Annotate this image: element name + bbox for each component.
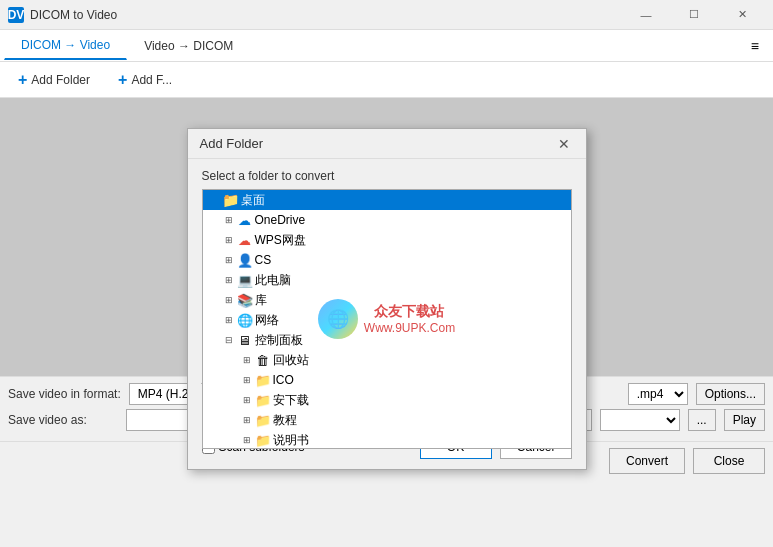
folder-yellow-icon: 📁 — [255, 372, 271, 388]
tab-dicom-to-video[interactable]: DICOM → Video — [4, 31, 127, 60]
tree-item[interactable]: ⊞ 📁 说明书 — [203, 430, 571, 449]
expand-icon: ⊞ — [221, 312, 237, 328]
folder-yellow-icon: 📁 — [255, 412, 271, 428]
add-file-label: Add F... — [131, 73, 172, 87]
tree-item-label: WPS网盘 — [255, 232, 306, 249]
tree-item-label: 桌面 — [241, 192, 265, 209]
close-window-button[interactable]: ✕ — [719, 0, 765, 30]
recycle-icon: 🗑 — [255, 352, 271, 368]
tree-item-label: 教程 — [273, 412, 297, 429]
toolbar: + Add Folder + Add F... — [0, 62, 773, 98]
folder-icon: 📁 — [223, 192, 239, 208]
cloud-icon: ☁ — [237, 212, 253, 228]
tree-item[interactable]: ⊞ 📁 教程 — [203, 410, 571, 430]
expand-icon: ⊞ — [221, 252, 237, 268]
saveas-type-select[interactable] — [600, 409, 680, 431]
maximize-button[interactable]: ☐ — [671, 0, 717, 30]
options-button[interactable]: Options... — [696, 383, 765, 405]
network-icon: 🌐 — [237, 312, 253, 328]
window-controls: — ☐ ✕ — [623, 0, 765, 30]
tree-item[interactable]: ⊞ 💻 此电脑 — [203, 270, 571, 290]
tree-item-label: 此电脑 — [255, 272, 291, 289]
tree-item-label: ICO — [273, 373, 294, 387]
expand-icon: ⊞ — [239, 392, 255, 408]
dialog-title: Add Folder — [200, 136, 554, 151]
expand-icon: ⊞ — [221, 272, 237, 288]
title-bar: DV DICOM to Video — ☐ ✕ — [0, 0, 773, 30]
app-logo: DV — [8, 7, 24, 23]
hamburger-menu[interactable]: ≡ — [741, 32, 769, 60]
format-label: Save video in format: — [8, 387, 121, 401]
control-panel-icon: 🖥 — [237, 332, 253, 348]
person-icon: 👤 — [237, 252, 253, 268]
folder-tree[interactable]: 📁 桌面 ⊞ ☁ OneDrive ⊞ ☁ WPS网盘 — [202, 189, 572, 449]
tree-item-label: 说明书 — [273, 432, 309, 449]
tree-item[interactable]: ⊞ 👤 CS — [203, 250, 571, 270]
add-folder-button[interactable]: + Add Folder — [8, 67, 100, 93]
select-folder-label: Select a folder to convert — [202, 169, 572, 183]
tree-item-label: 网络 — [255, 312, 279, 329]
cloud-icon-2: ☁ — [237, 232, 253, 248]
minimize-button[interactable]: — — [623, 0, 669, 30]
expand-icon: ⊞ — [239, 372, 255, 388]
expand-icon: ⊞ — [221, 292, 237, 308]
play-button[interactable]: Play — [724, 409, 765, 431]
dialog-overlay: Add Folder ✕ Select a folder to convert … — [0, 98, 773, 376]
app-title: DICOM to Video — [30, 8, 623, 22]
tree-item[interactable]: ⊞ ☁ WPS网盘 — [203, 230, 571, 250]
ext-select[interactable]: .mp4 — [628, 383, 688, 405]
browse-button[interactable]: ... — [688, 409, 716, 431]
tree-item[interactable]: ⊞ 📁 ICO — [203, 370, 571, 390]
expand-icon: ⊞ — [239, 352, 255, 368]
close-button[interactable]: Close — [693, 448, 765, 474]
tree-item[interactable]: ⊞ 📁 安下载 — [203, 390, 571, 410]
menu-bar: DICOM → Video Video → DICOM ≡ — [0, 30, 773, 62]
add-folder-label: Add Folder — [31, 73, 90, 87]
dialog-body: Select a folder to convert 📁 桌面 ⊞ ☁ OneD… — [188, 159, 586, 429]
saveas-label: Save video as: — [8, 413, 118, 427]
expand-icon: ⊞ — [239, 432, 255, 448]
tab-video-to-dicom[interactable]: Video → DICOM — [127, 32, 250, 60]
tree-item[interactable]: ⊟ 🖥 控制面板 — [203, 330, 571, 350]
expand-icon: ⊞ — [221, 232, 237, 248]
main-content: Add Folder ✕ Select a folder to convert … — [0, 98, 773, 376]
tree-item[interactable]: ⊞ 📚 库 — [203, 290, 571, 310]
computer-icon: 💻 — [237, 272, 253, 288]
dialog-close-button[interactable]: ✕ — [554, 134, 574, 154]
folder-yellow-icon: 📁 — [255, 432, 271, 448]
plus-icon-1: + — [18, 71, 27, 89]
expand-icon: ⊞ — [239, 412, 255, 428]
tree-item[interactable]: ⊞ ☁ OneDrive — [203, 210, 571, 230]
expand-icon: ⊟ — [221, 332, 237, 348]
tree-item-label: 库 — [255, 292, 267, 309]
expand-icon: ⊞ — [221, 212, 237, 228]
tree-item-label: 安下载 — [273, 392, 309, 409]
tree-item-label: 回收站 — [273, 352, 309, 369]
library-icon: 📚 — [237, 292, 253, 308]
convert-button[interactable]: Convert — [609, 448, 685, 474]
tree-item-label: 控制面板 — [255, 332, 303, 349]
expand-icon — [207, 192, 223, 208]
dialog-title-bar: Add Folder ✕ — [188, 129, 586, 159]
add-folder-dialog: Add Folder ✕ Select a folder to convert … — [187, 128, 587, 470]
tree-item-label: CS — [255, 253, 272, 267]
add-file-button[interactable]: + Add F... — [108, 67, 182, 93]
tree-item-label: OneDrive — [255, 213, 306, 227]
tree-item[interactable]: ⊞ 🌐 网络 — [203, 310, 571, 330]
plus-icon-2: + — [118, 71, 127, 89]
folder-yellow-icon: 📁 — [255, 392, 271, 408]
tree-item[interactable]: ⊞ 🗑 回收站 — [203, 350, 571, 370]
tree-item[interactable]: 📁 桌面 — [203, 190, 571, 210]
